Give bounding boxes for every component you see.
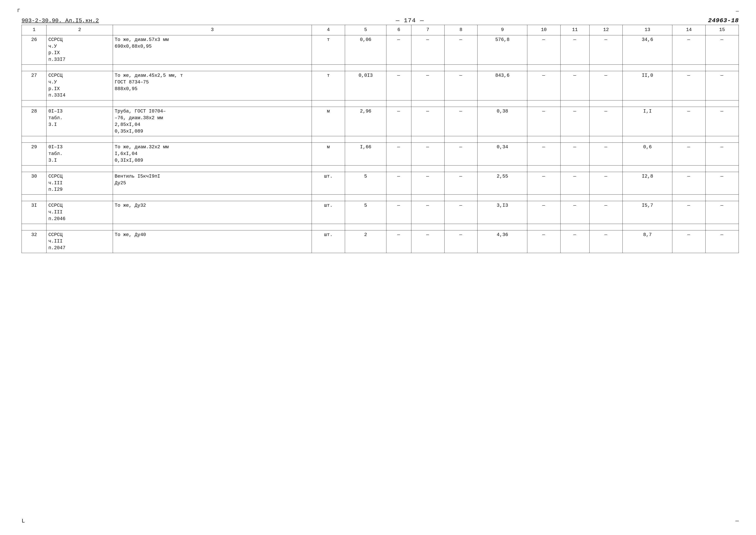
spacer-cell-9 [527, 136, 560, 143]
spacer-cell-10 [560, 224, 589, 230]
cell-r1-c10: — [527, 35, 560, 65]
header-col-15: 15 [706, 25, 739, 35]
cell-r2-c13: II,0 [623, 71, 672, 100]
spacer-cell-14 [706, 224, 739, 230]
cell-r1-c4: т [312, 35, 345, 65]
spacer-cell-12 [623, 195, 672, 201]
cell-r1-c6: — [387, 35, 411, 65]
corner-tl: Г [17, 9, 20, 14]
spacer-cell-2 [113, 195, 312, 201]
spacer-cell-8 [477, 224, 527, 230]
spacer-cell-12 [623, 224, 672, 230]
cell-r2-c11: — [560, 71, 589, 100]
cell-r6-c7: — [411, 201, 445, 224]
spacer-cell-13 [672, 224, 706, 230]
cell-r5-c14: — [672, 172, 706, 194]
cell-r3-c15: — [706, 107, 739, 136]
table-row: 30ССРСЦ ч.III п.I29Вентиль I5кчI9пI Ду25… [22, 172, 739, 194]
cell-r4-c1: 29 [22, 143, 46, 165]
cell-r2-c5: 0,0I3 [345, 71, 387, 100]
cell-r1-c13: 34,6 [623, 35, 672, 65]
spacer-cell-3 [312, 165, 345, 172]
spacer-row [22, 195, 739, 201]
cell-r7-c6: — [387, 230, 411, 253]
cell-r1-c15: — [706, 35, 739, 65]
cell-r5-c12: — [589, 172, 623, 194]
spacer-cell-6 [411, 195, 445, 201]
spacer-cell-11 [589, 136, 623, 143]
spacer-row [22, 224, 739, 230]
spacer-cell-14 [706, 65, 739, 71]
spacer-cell-8 [477, 136, 527, 143]
cell-r5-c13: I2,8 [623, 172, 672, 194]
cell-r4-c12: — [589, 143, 623, 165]
spacer-cell-3 [312, 65, 345, 71]
spacer-cell-5 [387, 65, 411, 71]
table-row: 290I–I3 табл. 3.IТо же, диам.32х2 мм I,6… [22, 143, 739, 165]
header-col-5: 5 [345, 25, 387, 35]
spacer-cell-7 [445, 100, 477, 107]
cell-r4-c11: — [560, 143, 589, 165]
spacer-cell-11 [589, 100, 623, 107]
cell-r3-c7: — [411, 107, 445, 136]
cell-r3-c6: — [387, 107, 411, 136]
cell-r7-c11: — [560, 230, 589, 253]
spacer-cell-1 [46, 65, 113, 71]
spacer-cell-1 [46, 100, 113, 107]
cell-r1-c7: — [411, 35, 445, 65]
cell-r5-c9: 2,55 [477, 172, 527, 194]
cell-r1-c2: ССРСЦ ч.У р.IX п.33I7 [46, 35, 113, 65]
spacer-cell-9 [527, 224, 560, 230]
table-row: 3IССРСЦ ч.III п.2046То же, Ду32шт.5———3,… [22, 201, 739, 224]
spacer-cell-4 [345, 100, 387, 107]
cell-r6-c10: — [527, 201, 560, 224]
cell-r3-c4: м [312, 107, 345, 136]
cell-r2-c10: — [527, 71, 560, 100]
header-col-10: 10 [527, 25, 560, 35]
spacer-cell-9 [527, 165, 560, 172]
cell-r3-c2: 0I–I3 табл. 3.I [46, 107, 113, 136]
spacer-cell-13 [672, 195, 706, 201]
cell-r6-c1: 3I [22, 201, 46, 224]
table-header-row: 1 2 3 4 5 6 7 8 9 10 11 12 13 14 15 [22, 25, 739, 35]
spacer-cell-8 [477, 195, 527, 201]
cell-r6-c5: 5 [345, 201, 387, 224]
spacer-cell-2 [113, 224, 312, 230]
cell-r7-c1: 32 [22, 230, 46, 253]
spacer-cell-1 [46, 136, 113, 143]
page: Г — 903-2-30.90. Ал.I5,кн.2 — 174 — 2496… [0, 0, 756, 535]
bottom-right: — [735, 518, 739, 524]
spacer-cell-4 [345, 195, 387, 201]
table-row: 27ССРСЦ ч.У р.IX п.33I4То же, диам.45х2,… [22, 71, 739, 100]
spacer-row [22, 136, 739, 143]
spacer-cell-0 [22, 165, 46, 172]
cell-r3-c12: — [589, 107, 623, 136]
cell-r3-c9: 0,38 [477, 107, 527, 136]
header-col-7: 7 [411, 25, 445, 35]
spacer-cell-0 [22, 136, 46, 143]
cell-r4-c9: 0,34 [477, 143, 527, 165]
cell-r6-c14: — [672, 201, 706, 224]
spacer-cell-13 [672, 165, 706, 172]
spacer-cell-6 [411, 65, 445, 71]
cell-r5-c5: 5 [345, 172, 387, 194]
cell-r2-c2: ССРСЦ ч.У р.IX п.33I4 [46, 71, 113, 100]
spacer-cell-13 [672, 65, 706, 71]
table-row: 26ССРСЦ ч.У р.IX п.33I7То же, диам.57х3 … [22, 35, 739, 65]
cell-r2-c6: — [387, 71, 411, 100]
header-col-1: 1 [22, 25, 46, 35]
cell-r2-c4: т [312, 71, 345, 100]
cell-r1-c3: То же, диам.57х3 мм 690х0,88х0,95 [113, 35, 312, 65]
spacer-cell-11 [589, 165, 623, 172]
cell-r7-c12: — [589, 230, 623, 253]
cell-r5-c3: Вентиль I5кчI9пI Ду25 [113, 172, 312, 194]
header-row: 903-2-30.90. Ал.I5,кн.2 — 174 — 24963-18 [21, 17, 739, 24]
cell-r1-c8: — [445, 35, 477, 65]
spacer-cell-8 [477, 165, 527, 172]
cell-r3-c3: Труба, ГОСТ I0704– –76, диам.38х2 мм 2,8… [113, 107, 312, 136]
cell-r1-c1: 26 [22, 35, 46, 65]
spacer-cell-11 [589, 224, 623, 230]
spacer-cell-9 [527, 100, 560, 107]
spacer-cell-1 [46, 195, 113, 201]
cell-r4-c10: — [527, 143, 560, 165]
